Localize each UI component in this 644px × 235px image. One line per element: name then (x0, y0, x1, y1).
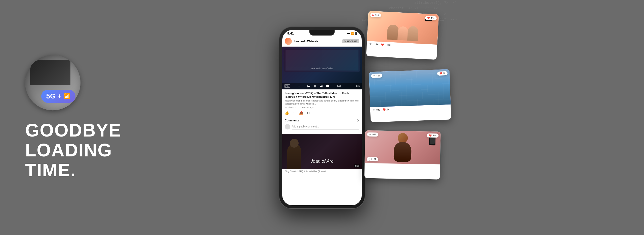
view-badge-1: ▶ 126 (370, 13, 381, 17)
stat-likes-2: ❤️ 2k (383, 108, 389, 111)
pause-icon[interactable]: ⏸ (313, 84, 317, 88)
comment-count-3: 192 (373, 158, 376, 160)
social-card-1: ▶ 126 ❤️ 11k 👁 126 ❤️ 11k (366, 11, 439, 60)
heart-icon-3: ❤️ (429, 134, 432, 137)
commenter-avatar (285, 124, 290, 129)
stat-value-1: 126 (374, 43, 379, 46)
battery-icon: ▓ (355, 32, 357, 35)
woman-figure (394, 133, 412, 162)
video-duration-badge: 4:59 (354, 164, 360, 167)
save-icon[interactable]: 📥 (299, 111, 303, 115)
video-actions: 👍 ↥ 📥 ⊙ (285, 110, 359, 116)
view-badge-3: 👁 566 (367, 132, 378, 137)
person-2 (397, 26, 408, 41)
selfie-scene (367, 11, 439, 45)
video-meta: 41 views • 10 months ago (285, 106, 359, 109)
video-controls-bar: 1½x ••• ⏮ ⏸ ⏭ 💬 3:15 9:31 (282, 83, 362, 89)
headline-line2: LOADING (25, 140, 121, 160)
like-count-1: 11k (431, 17, 435, 20)
phone-screen-small (430, 137, 434, 144)
playback-rate[interactable]: 1½x (284, 84, 290, 88)
main-container: 5G + 📶 GOODBYE LOADING TIME. 9:41 ▪▪▪ 📶 (0, 0, 644, 235)
heart-icon-2: ❤️ (439, 72, 442, 75)
comment-badge-3: 💬 192 (367, 157, 378, 161)
bullet-separator: • (296, 106, 296, 109)
view-count-2: 497 (376, 74, 380, 77)
city-aerial (369, 69, 451, 107)
share-icon[interactable]: ↥ (293, 111, 296, 115)
more-options[interactable]: ••• (298, 85, 300, 87)
time-elapsed: 3:15 (337, 85, 341, 87)
like-badge-3: ❤️ 344 (427, 133, 438, 138)
comments-section: Comments ❯ (282, 117, 362, 133)
subscribe-button[interactable]: SUBSCRIBE (342, 39, 359, 43)
video-title: Loving Vincent (2017) + The Tallest Man … (285, 91, 359, 99)
social-card-3: 👁 566 ❤️ 344 💬 192 (364, 130, 440, 179)
youtube-header: Leonardo Weinreich SUBSCRIBE (282, 36, 362, 47)
5g-badge: 5G + 📶 (41, 90, 75, 103)
channel-name: Leonardo Weinreich (294, 40, 342, 43)
video-player[interactable]: and a wild set of rides 1½x ••• ⏮ ⏸ ⏭ 💬 … (282, 47, 362, 89)
skip-forward-icon[interactable]: ⏭ (320, 84, 323, 88)
stat-views-2: 👁 497 (373, 108, 380, 111)
joan-of-arc-text: Joan of Arc (311, 159, 333, 164)
channel-avatar (285, 38, 292, 45)
wifi-icon: 📶 (64, 93, 70, 99)
comments-expand-icon[interactable]: ❯ (357, 119, 359, 122)
status-time: 9:41 (287, 31, 294, 35)
view-icon-2: 👁 (373, 75, 375, 77)
phone-notch (309, 30, 335, 36)
5g-text: 5G + (46, 92, 62, 100)
phone-corner-inner (30, 60, 70, 85)
card-image-2: 👁 497 ❤️ 2k (369, 69, 451, 107)
card-image-3: 👁 566 ❤️ 344 💬 192 (365, 130, 440, 164)
comment-input-row[interactable] (285, 124, 359, 130)
play-icon: ▶ (372, 14, 374, 16)
like-badge-2: ❤️ 2k (437, 71, 448, 76)
woman-body (394, 142, 412, 162)
phone-corner-graphic: 5G + 📶 (25, 55, 80, 110)
video-controls: ⏮ ⏸ ⏭ 💬 (307, 84, 330, 88)
second-video-subtitle: Sing Street (2016) + Arcade Fire (Joan o… (282, 169, 362, 174)
like-count-2: 2k (443, 72, 446, 75)
skip-back-icon[interactable]: ⏮ (307, 84, 311, 88)
comment-input[interactable] (292, 124, 359, 130)
figure-body (287, 144, 301, 169)
figure-head (290, 139, 299, 148)
wifi-status-icon: 📶 (351, 32, 354, 35)
view-count: 41 views (285, 106, 294, 109)
video-info: Loving Vincent (2017) + The Tallest Man … (282, 89, 362, 117)
heart-icon-1: ❤️ (427, 17, 430, 19)
left-section: 5G + 📶 GOODBYE LOADING TIME. (25, 55, 121, 180)
view-icon-3: 👁 (369, 133, 371, 136)
phone-held (425, 17, 432, 21)
like-icon[interactable]: 👍 (285, 111, 289, 115)
signal-icon: ▪▪▪ (347, 32, 350, 35)
status-icons: ▪▪▪ 📶 ▓ (347, 32, 357, 35)
stat-icon-2: ❤️ (381, 43, 384, 46)
stat-value-2: 11k (386, 44, 391, 47)
video-description: music video for the songs 'sagres' and '… (285, 99, 359, 105)
social-card-2: 👁 497 ❤️ 2k 👁 497 ❤️ 2k (369, 69, 451, 122)
view-count-1: 126 (375, 14, 379, 17)
more-icon[interactable]: ⊙ (307, 111, 310, 115)
stat-icon-1: 👁 (369, 43, 372, 46)
like-badge-1: ❤️ 11k (425, 16, 437, 20)
headline-line3: TIME. (25, 160, 121, 180)
held-phone (429, 135, 436, 145)
headline-line1: GOODBYE (25, 120, 121, 140)
phone-mockup: 9:41 ▪▪▪ 📶 ▓ Leonardo Weinreich SUBSCRIB… (279, 27, 365, 208)
like-count-3: 344 (433, 134, 436, 137)
comment-icon-3: 💬 (369, 158, 372, 160)
woman-head (398, 133, 408, 143)
card-1-stats: 👁 126 ❤️ 11k (367, 41, 437, 51)
view-count-3: 566 (372, 133, 376, 136)
comments-header: Comments ❯ (285, 119, 359, 122)
card-image-1: ▶ 126 ❤️ 11k (367, 11, 439, 45)
chat-icon[interactable]: 💬 (326, 84, 330, 88)
person-3 (407, 26, 418, 41)
comments-label: Comments (285, 119, 299, 122)
second-video-thumbnail[interactable]: Joan of Arc 4:59 (282, 134, 362, 169)
phone-screen: 9:41 ▪▪▪ 📶 ▓ Leonardo Weinreich SUBSCRIB… (282, 30, 362, 205)
card-2-stats: 👁 497 ❤️ 2k (370, 104, 451, 113)
